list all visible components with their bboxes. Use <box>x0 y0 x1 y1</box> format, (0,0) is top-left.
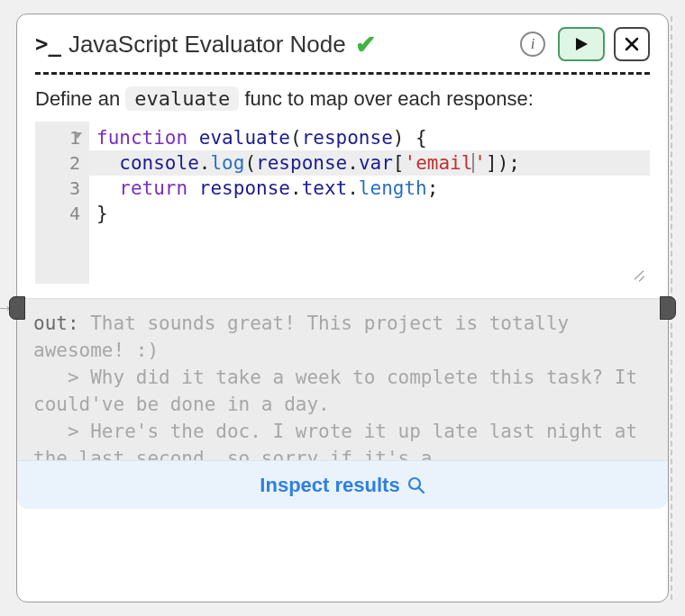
close-button[interactable] <box>614 27 650 61</box>
gutter-line: 2 <box>35 150 80 176</box>
node-title: JavaScript Evaluator Node <box>68 31 346 59</box>
evaluator-node: >_ JavaScript Evaluator Node ✔ i Define … <box>16 14 669 602</box>
inspect-results-button[interactable]: Inspect results <box>17 460 668 509</box>
svg-point-3 <box>409 478 420 489</box>
header-separator <box>35 72 650 75</box>
node-header: >_ JavaScript Evaluator Node ✔ i <box>35 27 650 72</box>
code-line-active: console.log(response.var['email']); <box>89 150 650 176</box>
output-port[interactable] <box>660 296 676 320</box>
code-line: return response.text.length; <box>96 176 643 201</box>
code-line: } <box>96 201 643 226</box>
gutter-line: 1 <box>35 125 80 150</box>
output-panel: out: That sounds great! This project is … <box>17 298 668 460</box>
inspect-label: Inspect results <box>260 474 399 497</box>
terminal-icon: >_ <box>35 32 61 57</box>
output-body: That sounds great! This project is total… <box>33 313 649 460</box>
output-label: out: <box>33 313 79 334</box>
play-icon <box>573 36 589 52</box>
input-port[interactable] <box>9 296 25 320</box>
desc-prefix: Define an <box>35 87 125 110</box>
code-area[interactable]: function evaluate(response) { console.lo… <box>89 122 650 284</box>
desc-suffix: func to map over each response: <box>239 87 534 110</box>
code-editor[interactable]: 1 2 3 4 function evaluate(response) { co… <box>35 122 650 284</box>
check-icon: ✔ <box>355 30 376 59</box>
magnifier-icon <box>407 476 425 494</box>
svg-marker-0 <box>576 38 588 50</box>
info-button[interactable]: i <box>520 32 545 57</box>
resize-handle[interactable] <box>630 266 644 280</box>
run-button[interactable] <box>558 27 605 61</box>
editor-gutter: 1 2 3 4 <box>35 122 89 284</box>
title-group: >_ JavaScript Evaluator Node ✔ <box>35 30 511 59</box>
gutter-line: 4 <box>35 201 80 226</box>
code-line: function evaluate(response) { <box>96 125 643 150</box>
fold-caret-icon[interactable] <box>73 132 82 139</box>
gutter-line: 3 <box>35 176 80 201</box>
desc-code-pill: evaluate <box>125 86 239 111</box>
description: Define an evaluate func to map over each… <box>35 87 650 111</box>
close-icon <box>624 36 640 52</box>
svg-line-4 <box>419 488 424 493</box>
